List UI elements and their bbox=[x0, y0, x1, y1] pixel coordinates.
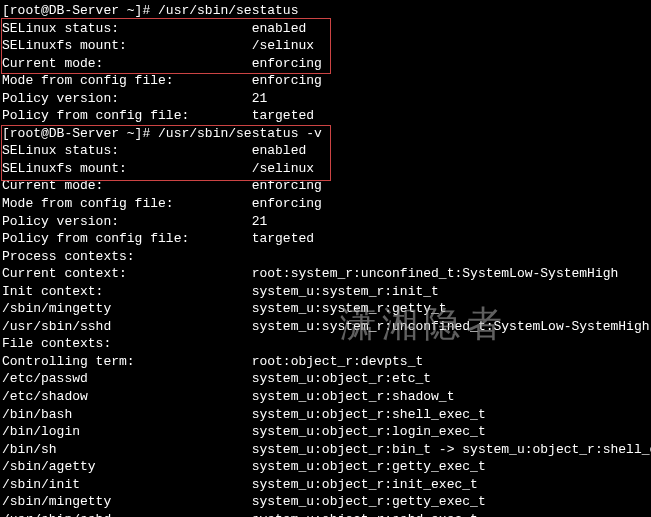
terminal-line: Current context: root:system_r:unconfine… bbox=[2, 265, 649, 283]
terminal-line: Init context: system_u:system_r:init_t bbox=[2, 283, 649, 301]
terminal-line: SELinuxfs mount: /selinux bbox=[2, 37, 649, 55]
terminal-line: /bin/sh system_u:object_r:bin_t -> syste… bbox=[2, 441, 649, 459]
terminal-line: /etc/passwd system_u:object_r:etc_t bbox=[2, 370, 649, 388]
terminal-line: Process contexts: bbox=[2, 248, 649, 266]
terminal-line: Mode from config file: enforcing bbox=[2, 72, 649, 90]
terminal-line: /sbin/mingetty system_u:system_r:getty_t bbox=[2, 300, 649, 318]
terminal-line: /sbin/agetty system_u:object_r:getty_exe… bbox=[2, 458, 649, 476]
terminal-line: SELinuxfs mount: /selinux bbox=[2, 160, 649, 178]
terminal-line: Controlling term: root:object_r:devpts_t bbox=[2, 353, 649, 371]
terminal-line: /etc/shadow system_u:object_r:shadow_t bbox=[2, 388, 649, 406]
terminal-line: /usr/sbin/sshd system_u:system_r:unconfi… bbox=[2, 318, 649, 336]
terminal-line: Current mode: enforcing bbox=[2, 55, 649, 73]
terminal-line: /sbin/init system_u:object_r:init_exec_t bbox=[2, 476, 649, 494]
terminal-line: SELinux status: enabled bbox=[2, 20, 649, 38]
terminal-line: Policy version: 21 bbox=[2, 90, 649, 108]
terminal-line: Current mode: enforcing bbox=[2, 177, 649, 195]
terminal-line: Mode from config file: enforcing bbox=[2, 195, 649, 213]
terminal-line: /bin/login system_u:object_r:login_exec_… bbox=[2, 423, 649, 441]
terminal-line: SELinux status: enabled bbox=[2, 142, 649, 160]
terminal-line: /usr/sbin/sshd system_u:object_r:sshd_ex… bbox=[2, 511, 649, 517]
terminal-output: [root@DB-Server ~]# /usr/sbin/sestatusSE… bbox=[2, 2, 649, 517]
terminal-line: File contexts: bbox=[2, 335, 649, 353]
terminal-line: Policy from config file: targeted bbox=[2, 107, 649, 125]
terminal-line: Policy from config file: targeted bbox=[2, 230, 649, 248]
terminal-line: /sbin/mingetty system_u:object_r:getty_e… bbox=[2, 493, 649, 511]
terminal-line: /bin/bash system_u:object_r:shell_exec_t bbox=[2, 406, 649, 424]
terminal-line: [root@DB-Server ~]# /usr/sbin/sestatus bbox=[2, 2, 649, 20]
terminal-line: Policy version: 21 bbox=[2, 213, 649, 231]
terminal-line: [root@DB-Server ~]# /usr/sbin/sestatus -… bbox=[2, 125, 649, 143]
